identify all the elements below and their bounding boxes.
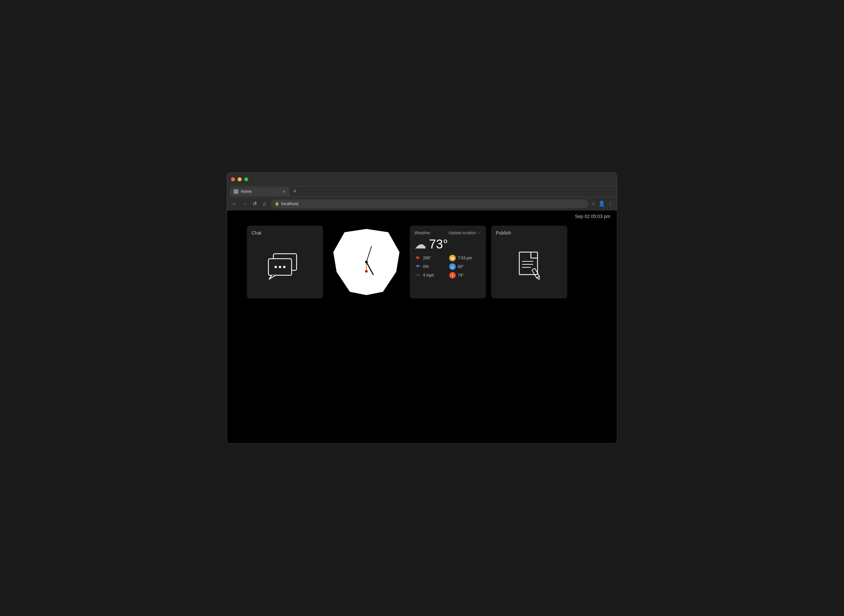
rain-value: 0% [423,264,429,269]
uv-item: ⬆ 74° [449,272,481,279]
minimize-button[interactable] [238,177,242,181]
sunrise-value: 7:53 pm [458,256,472,260]
address-bar: ← → ↺ ⌂ 🔒 localhost ☆ 👤 ⋮ [227,197,617,210]
svg-rect-14 [532,268,540,278]
chat-icon [265,249,305,282]
svg-point-8 [365,261,368,263]
datetime: Sep 02 05:03 pm [575,214,610,219]
dew-value: 60° [458,264,464,269]
svg-line-5 [366,262,373,274]
title-bar [227,173,617,186]
wind-direction-item: ⚑ 206° [414,255,446,261]
publish-widget[interactable]: Publish [491,226,567,298]
wind-speed-item: 〰 4 mph [414,272,446,279]
svg-line-6 [366,246,371,262]
tab-close-button[interactable]: × [283,189,285,194]
dew-item: 💧 60° [449,263,481,270]
svg-point-4 [283,266,286,268]
sunrise-item: 🌅 7:53 pm [449,255,481,261]
clock-widget[interactable] [328,226,404,298]
svg-marker-15 [537,276,541,280]
sunset-icon: 🌅 [449,255,456,261]
menu-icon[interactable]: ⋮ [608,201,613,207]
home-button[interactable]: ⌂ [261,201,268,207]
clock-svg [338,234,395,290]
tab-bar: Home × + [227,186,617,197]
browser-window: Home × + ← → ↺ ⌂ 🔒 localhost ☆ 👤 ⋮ Sep 0… [227,172,617,444]
forward-button[interactable]: → [241,201,248,207]
dew-icon: 💧 [449,263,456,270]
publish-icon [513,249,546,282]
new-tab-button[interactable]: + [291,188,299,195]
cloud-icon: ☁ [414,238,426,251]
url-bar[interactable]: 🔒 localhost [271,199,589,208]
svg-rect-10 [519,252,537,274]
rain-icon: ☂ [414,263,421,270]
url-text: localhost [281,201,298,206]
tab-favicon [234,189,238,194]
active-tab[interactable]: Home × [230,187,289,196]
wind-speed-value: 4 mph [423,273,434,277]
weather-grid: ⚑ 206° 🌅 7:53 pm ☂ 0% 💧 [414,255,481,279]
chat-title: Chat [251,230,319,236]
tab-label: Home [241,189,251,194]
chat-icon-area [251,237,319,294]
weather-header: Weather Update location → [414,230,481,235]
widgets-row: Chat [247,226,597,298]
star-icon[interactable]: ☆ [591,201,596,207]
wind-direction-icon: ⚑ [414,255,421,261]
publish-icon-area [496,237,563,294]
weather-widget[interactable]: Weather Update location → ☁ 73° ⚑ 206° 🌅 [410,226,486,298]
weather-main: ☁ 73° [414,237,481,251]
svg-point-9 [365,270,368,273]
page-content: Sep 02 05:03 pm Chat [227,210,617,443]
account-icon[interactable]: 👤 [599,201,605,207]
browser-icons: ☆ 👤 ⋮ [591,201,613,207]
update-location-button[interactable]: Update location → [448,230,481,235]
uv-value: 74° [458,273,464,277]
temperature: 73° [429,237,448,251]
svg-point-2 [275,266,277,268]
back-button[interactable]: ← [231,201,238,207]
wind-direction-value: 206° [423,256,431,260]
weather-title: Weather [414,230,431,235]
clock-face [333,229,399,295]
svg-point-3 [279,266,281,268]
security-icon: 🔒 [275,201,279,206]
close-button[interactable] [231,177,235,181]
chat-widget[interactable]: Chat [247,226,323,298]
publish-title: Publish [496,230,563,236]
maximize-button[interactable] [244,177,248,181]
wind-speed-icon: 〰 [414,272,421,279]
uv-icon: ⬆ [449,272,456,279]
rain-item: ☂ 0% [414,263,446,270]
reload-button[interactable]: ↺ [251,201,258,207]
